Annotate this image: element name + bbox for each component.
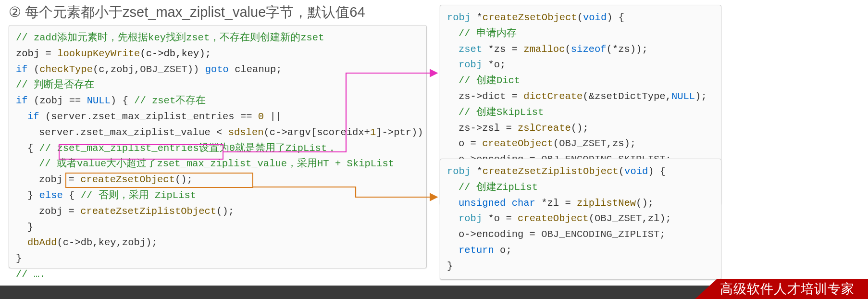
code-block-right-bottom: robj *createZsetZiplistObject(void) { //… [440,159,721,280]
code-text: zobj [16,48,39,59]
footer-ribbon: 高级软件人才培训专家 [695,279,868,299]
code-comment: // zadd添加元素时，先根据key找到zset，不存在则创建新的zset [16,32,324,43]
heading-text: 每个元素都小于zset_max_ziplist_value字节，默认值64 [25,4,365,20]
footer-label: 高级软件人才培训专家 [717,279,868,299]
section-heading: ② 每个元素都小于zset_max_ziplist_value字节，默认值64 [0,0,868,22]
code-block-left: // zadd添加元素时，先根据key找到zset，不存在则创建新的zset z… [9,25,427,268]
ribbon-triangle-icon [695,279,717,299]
heading-number: ② [9,4,21,20]
